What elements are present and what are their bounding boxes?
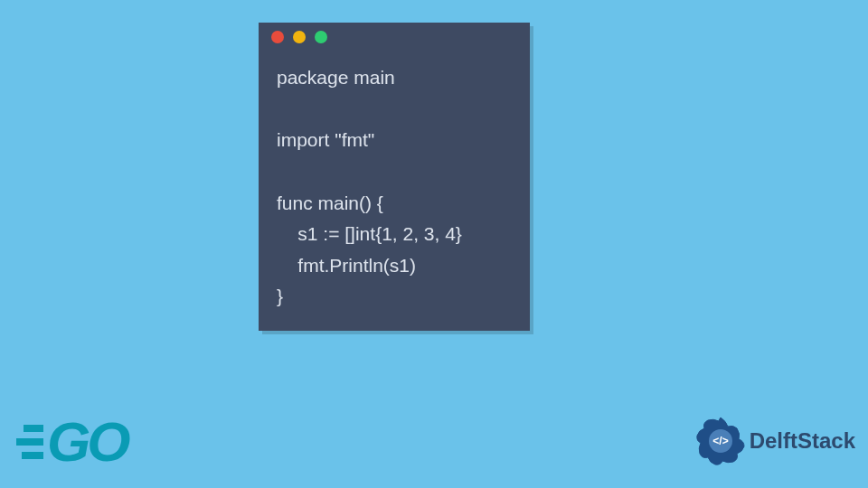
svg-text:</>: </>	[712, 435, 728, 447]
code-content: package main import "fmt" func main() { …	[259, 52, 530, 331]
delftstack-label: DelftStack	[750, 428, 855, 454]
go-logo-text: GO	[47, 409, 127, 474]
window-title-bar	[259, 23, 530, 52]
delftstack-badge-icon: </>	[695, 416, 746, 466]
delftstack-logo: </> DelftStack	[695, 416, 855, 466]
go-logo: GO	[9, 409, 127, 474]
code-editor-window: package main import "fmt" func main() { …	[259, 23, 530, 331]
close-dot-icon[interactable]	[271, 31, 284, 43]
minimize-dot-icon[interactable]	[293, 31, 306, 43]
go-speed-lines-icon	[9, 425, 43, 459]
maximize-dot-icon[interactable]	[315, 31, 327, 43]
